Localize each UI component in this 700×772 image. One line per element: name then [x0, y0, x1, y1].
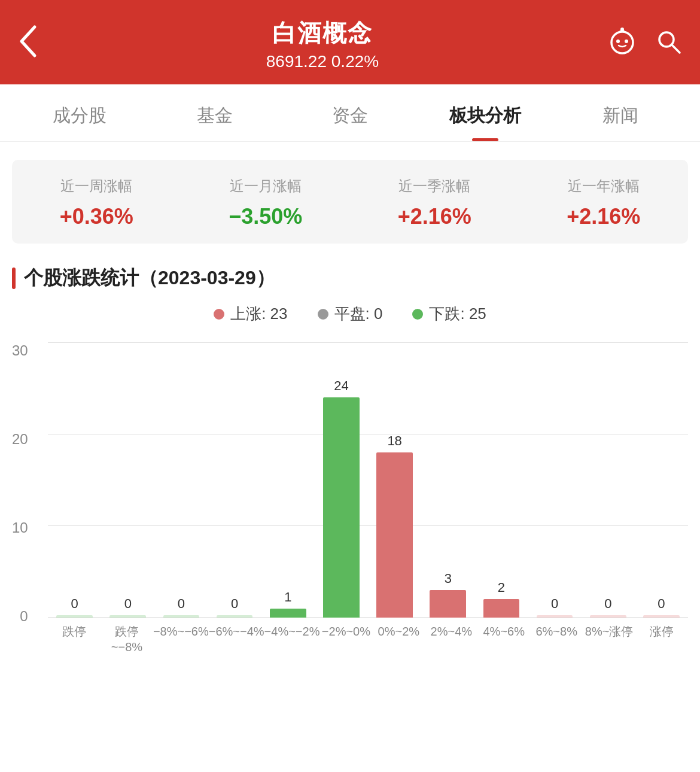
bar-rect[interactable] — [430, 590, 466, 618]
x-axis-label: 6%~8% — [530, 618, 583, 655]
stat-year: 近一年涨幅 +2.16% — [519, 177, 689, 229]
stat-quarter-label: 近一季涨幅 — [350, 177, 519, 196]
legend-up-dot — [214, 309, 224, 320]
bar-value-label: 0 — [658, 596, 665, 612]
svg-point-2 — [625, 39, 628, 43]
bar-rect[interactable] — [109, 615, 146, 618]
bars-area: 00001241832000 — [48, 342, 688, 618]
stats-row: 近一周涨幅 +0.36% 近一月涨幅 −3.50% 近一季涨幅 +2.16% 近… — [12, 160, 688, 244]
x-axis-label: 涨停 — [635, 618, 688, 655]
section-title: 个股涨跌统计（2023-03-29） — [12, 265, 688, 291]
stat-month: 近一月涨幅 −3.50% — [181, 177, 351, 229]
x-axis: 跌停跌停~−8%−8%~−6%−6%~−4%−4%~−2%−2%~0%0%~2%… — [48, 618, 688, 655]
x-axis-label: 0%~2% — [372, 618, 425, 655]
svg-point-3 — [620, 28, 624, 31]
tab-constituent-stocks[interactable]: 成分股 — [12, 84, 147, 141]
chart-legend: 上涨: 23 平盘: 0 下跌: 25 — [0, 303, 700, 324]
y-label-20: 20 — [12, 431, 28, 448]
legend-down-label: 下跌: 25 — [429, 303, 486, 324]
x-axis-label: −6%~−4% — [209, 618, 264, 655]
x-axis-label: −4%~−2% — [264, 618, 320, 655]
bar-rect[interactable] — [323, 397, 360, 618]
bar-group: 24 — [315, 342, 368, 618]
bar-value-label: 0 — [124, 596, 132, 612]
stat-quarter: 近一季涨幅 +2.16% — [350, 177, 519, 229]
x-axis-label: 2%~4% — [425, 618, 477, 655]
stat-month-label: 近一月涨幅 — [181, 177, 351, 196]
bar-value-label: 1 — [284, 589, 291, 605]
bar-rect[interactable] — [217, 615, 253, 618]
legend-flat-dot — [318, 309, 328, 320]
y-label-0: 0 — [20, 608, 28, 625]
bar-rect[interactable] — [270, 609, 306, 618]
x-axis-label: 4%~6% — [477, 618, 530, 655]
tab-news[interactable]: 新闻 — [553, 84, 688, 141]
bar-value-label: 0 — [178, 596, 185, 612]
bar-group: 0 — [208, 342, 261, 618]
stat-quarter-value: +2.16% — [350, 204, 519, 229]
bar-value-label: 0 — [71, 596, 78, 612]
header: 白酒概念 8691.22 0.22% — [0, 0, 700, 84]
bar-group: 0 — [48, 342, 101, 618]
bar-group: 0 — [635, 342, 688, 618]
bar-group: 0 — [154, 342, 208, 618]
legend-up: 上涨: 23 — [214, 303, 287, 324]
stat-year-label: 近一年涨幅 — [519, 177, 689, 196]
bar-rect[interactable] — [56, 615, 93, 618]
robot-icon[interactable] — [607, 26, 638, 63]
page-title: 白酒概念 — [38, 17, 607, 50]
legend-down: 下跌: 25 — [412, 303, 486, 324]
back-button[interactable] — [18, 25, 38, 64]
bar-group: 0 — [582, 342, 635, 618]
y-label-10: 10 — [12, 519, 28, 536]
bar-rect[interactable] — [163, 615, 200, 618]
tab-bar: 成分股 基金 资金 板块分析 新闻 — [0, 84, 700, 142]
bar-value-label: 0 — [604, 596, 611, 612]
bar-group: 1 — [261, 342, 315, 618]
stat-week-value: +0.36% — [12, 204, 181, 229]
legend-down-dot — [412, 309, 423, 320]
stat-month-value: −3.50% — [181, 204, 351, 229]
stat-week-label: 近一周涨幅 — [12, 177, 181, 196]
bar-rect[interactable] — [483, 599, 520, 618]
bar-group: 0 — [101, 342, 154, 618]
bar-value-label: 0 — [231, 596, 238, 612]
svg-point-1 — [616, 39, 620, 43]
bar-group: 2 — [474, 342, 528, 618]
bar-rect[interactable] — [376, 452, 413, 618]
tab-funds[interactable]: 基金 — [147, 84, 282, 141]
bar-rect[interactable] — [590, 615, 626, 618]
legend-up-label: 上涨: 23 — [230, 303, 287, 324]
bar-chart: 30 20 10 0 00001241832000 跌停跌停~−8%−8%~−6… — [12, 342, 688, 655]
x-axis-label: −8%~−6% — [153, 618, 209, 655]
x-axis-label: −2%~0% — [319, 618, 372, 655]
bar-value-label: 0 — [551, 596, 558, 612]
tab-sector-analysis[interactable]: 板块分析 — [418, 84, 553, 141]
bar-group: 0 — [528, 342, 582, 618]
header-actions — [607, 26, 682, 63]
header-center: 白酒概念 8691.22 0.22% — [38, 17, 607, 71]
x-axis-label: 8%~涨停 — [583, 618, 635, 655]
stat-week: 近一周涨幅 +0.36% — [12, 177, 181, 229]
x-axis-label: 跌停~−8% — [101, 618, 153, 655]
legend-flat-label: 平盘: 0 — [334, 303, 383, 324]
bar-rect[interactable] — [643, 615, 680, 618]
bar-value-label: 18 — [387, 433, 401, 449]
tab-capital[interactable]: 资金 — [282, 84, 418, 141]
x-axis-label: 跌停 — [48, 618, 101, 655]
bar-value-label: 3 — [445, 571, 452, 586]
legend-flat: 平盘: 0 — [318, 303, 383, 324]
chart-inner: 00001241832000 跌停跌停~−8%−8%~−6%−6%~−4%−4%… — [48, 342, 688, 655]
svg-point-0 — [611, 32, 633, 53]
bar-value-label: 24 — [334, 378, 348, 394]
search-icon[interactable] — [655, 28, 682, 61]
svg-line-6 — [672, 45, 680, 53]
bar-group: 18 — [368, 342, 421, 618]
bar-value-label: 2 — [498, 580, 505, 595]
bar-rect[interactable] — [537, 615, 573, 618]
y-label-30: 30 — [12, 342, 28, 359]
y-axis: 30 20 10 0 — [12, 342, 34, 625]
header-subtitle: 8691.22 0.22% — [38, 52, 607, 71]
bar-group: 3 — [421, 342, 474, 618]
stat-year-value: +2.16% — [519, 204, 689, 229]
